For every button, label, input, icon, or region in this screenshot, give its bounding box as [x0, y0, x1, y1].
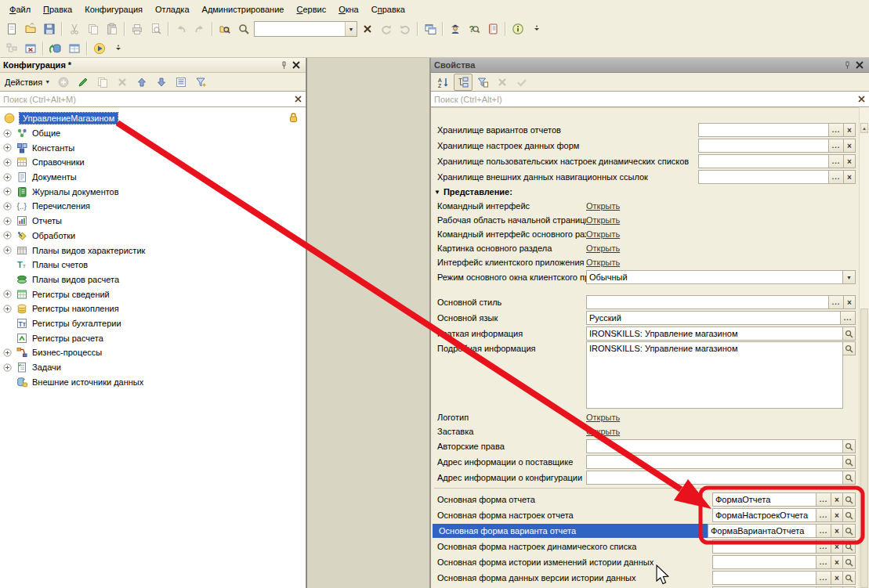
expand-icon[interactable] [3, 290, 12, 298]
value-field[interactable] [698, 139, 829, 153]
tree-item[interactable]: {..} Перечисления [0, 199, 306, 214]
tree-item-root[interactable]: УправлениеМагазином [0, 111, 306, 126]
run-debug-button[interactable] [90, 40, 109, 57]
clear-button[interactable]: × [844, 154, 856, 168]
clear-button[interactable]: × [844, 295, 856, 309]
choose-button[interactable]: ... [816, 492, 831, 507]
open-link[interactable]: Открыть [586, 229, 620, 239]
clear-button[interactable]: × [844, 139, 856, 153]
filter-props-button[interactable] [473, 74, 492, 91]
tree-item[interactable]: Планы видов расчета [0, 272, 306, 287]
tree-item[interactable]: Отчеты [0, 214, 306, 229]
tree-item[interactable]: Tт Регистры бухгалтерии [0, 316, 306, 331]
clear-search-icon[interactable] [855, 93, 867, 106]
magnifier-button[interactable] [843, 326, 856, 341]
clear-button[interactable]: × [844, 170, 856, 184]
find-button[interactable] [234, 20, 253, 38]
scrollbar-thumb[interactable] [860, 308, 868, 588]
tree-item[interactable]: Журналы документов [0, 184, 306, 199]
tree-item[interactable]: Общие [0, 126, 306, 141]
open-link[interactable]: Открыть [586, 413, 620, 422]
choose-button[interactable]: ... [829, 139, 844, 153]
magnifier-button[interactable] [843, 455, 856, 469]
combo-dropdown-icon[interactable]: ▼ [345, 22, 357, 36]
magnifier-button[interactable] [843, 471, 856, 485]
clear-search-icon[interactable] [291, 93, 304, 106]
tree-item[interactable]: Планы видов характеристик [0, 243, 306, 258]
open-link[interactable]: Открыть [586, 427, 620, 436]
value-field[interactable] [586, 471, 843, 485]
menu-item-1[interactable]: Правка [37, 2, 78, 17]
value-field[interactable] [698, 170, 829, 184]
tree-item[interactable]: Регистры расчета [0, 330, 306, 345]
tree-item[interactable]: Обработки [0, 229, 306, 243]
expand-icon[interactable] [3, 246, 12, 254]
categories-view-button[interactable] [454, 74, 473, 91]
move-up-button[interactable] [132, 74, 151, 91]
expand-icon[interactable] [3, 173, 12, 182]
tree-item[interactable]: Tт Планы счетов [0, 258, 306, 272]
open-link[interactable]: Открыть [586, 258, 620, 267]
tree-item[interactable]: Константы [0, 140, 306, 155]
value-field[interactable]: Русский [586, 311, 841, 325]
global-search-input[interactable] [255, 23, 345, 35]
clear-button[interactable]: × [831, 539, 843, 554]
value-field[interactable]: ФормаНастроекОтчета [712, 508, 816, 522]
choose-button[interactable]: ... [816, 524, 831, 538]
choose-button[interactable]: ... [816, 508, 831, 522]
new-document-button[interactable] [2, 20, 21, 38]
scroll-up-icon[interactable]: ▲ [860, 123, 868, 133]
tree-item[interactable]: Регистры накопления [0, 301, 306, 316]
value-field[interactable] [712, 555, 816, 569]
choose-button[interactable]: ... [829, 154, 844, 168]
clear-button[interactable]: × [831, 492, 843, 507]
clear-button[interactable]: × [831, 571, 843, 585]
clear-search-button[interactable] [358, 20, 377, 38]
expand-icon[interactable] [3, 143, 12, 152]
menu-item-3[interactable]: Отладка [149, 2, 195, 17]
tree-item[interactable]: Внешние источники данных [0, 374, 306, 389]
tree-search-input[interactable] [0, 95, 291, 104]
help-search-button[interactable]: ? [465, 20, 483, 38]
multiline-value-field[interactable]: IRONSKILLS: Управление магазином [586, 341, 843, 409]
magnifier-button[interactable] [843, 341, 856, 355]
value-field[interactable] [698, 154, 829, 168]
magnifier-button[interactable] [843, 539, 856, 554]
clear-button[interactable]: × [844, 123, 856, 137]
magnifier-button[interactable] [843, 571, 856, 585]
magnifier-button[interactable] [843, 555, 856, 569]
collapse-triangle-icon[interactable]: ▼ [434, 189, 440, 196]
choose-button[interactable]: ... [829, 295, 844, 309]
save-button[interactable] [40, 20, 59, 38]
syntax-assistant-button[interactable] [446, 20, 465, 38]
open-link[interactable]: Открыть [586, 215, 620, 225]
magnifier-button[interactable] [843, 492, 856, 507]
expand-icon[interactable] [3, 217, 12, 225]
value-field[interactable] [586, 295, 829, 309]
choose-button[interactable]: ... [816, 571, 831, 585]
open-link[interactable]: Открыть [586, 201, 620, 211]
expand-icon[interactable] [3, 187, 12, 196]
filter-button[interactable] [191, 74, 210, 91]
choose-button[interactable]: ... [816, 539, 831, 554]
open-link[interactable]: Открыть [586, 243, 620, 253]
list-settings-button[interactable] [172, 74, 190, 91]
choose-button[interactable]: ... [816, 555, 831, 569]
value-field[interactable]: ФормаОтчета [712, 492, 816, 507]
choose-button[interactable]: ... [841, 311, 856, 325]
pin-icon[interactable] [841, 60, 853, 71]
menu-item-0[interactable]: Файл [3, 2, 37, 17]
value-field[interactable]: ФормаВариантаОтчета [708, 524, 816, 538]
choose-button[interactable]: ... [829, 123, 844, 137]
pin-icon[interactable] [277, 60, 290, 71]
combo-value[interactable]: Обычный [586, 270, 843, 284]
move-down-button[interactable] [152, 74, 171, 91]
window-close-button[interactable] [21, 40, 40, 57]
sort-az-button[interactable]: AZ [434, 74, 453, 91]
value-field[interactable] [586, 455, 843, 469]
value-field[interactable] [586, 439, 843, 453]
value-field[interactable] [712, 539, 816, 554]
tree-item[interactable]: Справочники [0, 155, 306, 170]
expand-icon[interactable] [3, 129, 12, 138]
expand-icon[interactable] [3, 305, 12, 313]
